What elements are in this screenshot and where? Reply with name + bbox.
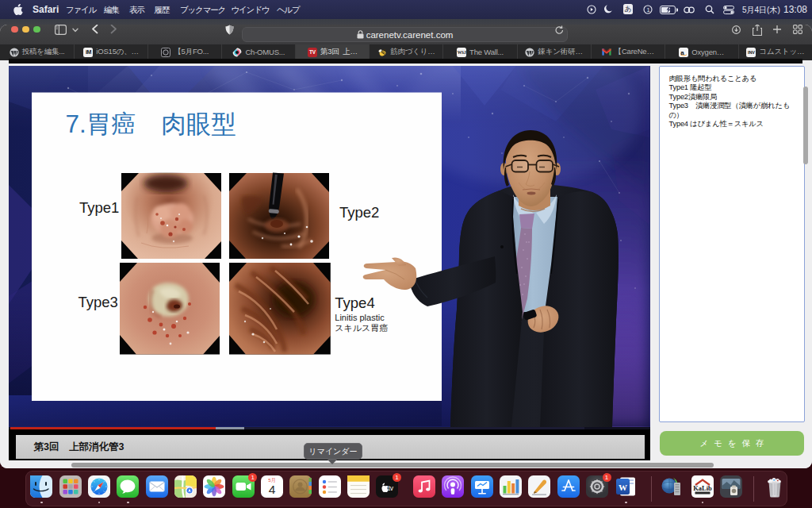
svg-text:Type2: Type2 [339,204,379,221]
svg-text:1: 1 [647,6,650,13]
svg-text:Type1: Type1 [79,199,119,216]
svg-text:W: W [619,483,627,492]
svg-text:Type4: Type4 [335,294,374,311]
svg-text:Linitis plastic: Linitis plastic [335,313,385,322]
svg-text:tv: tv [389,484,394,492]
svg-text:KaLib: KaLib [693,484,712,492]
svg-text:スキルス胃癌: スキルス胃癌 [335,323,388,333]
svg-text:7.胃癌 肉眼型: 7.胃癌 肉眼型 [66,110,236,138]
svg-text:Type3: Type3 [79,294,118,310]
svg-text:4: 4 [269,483,276,496]
